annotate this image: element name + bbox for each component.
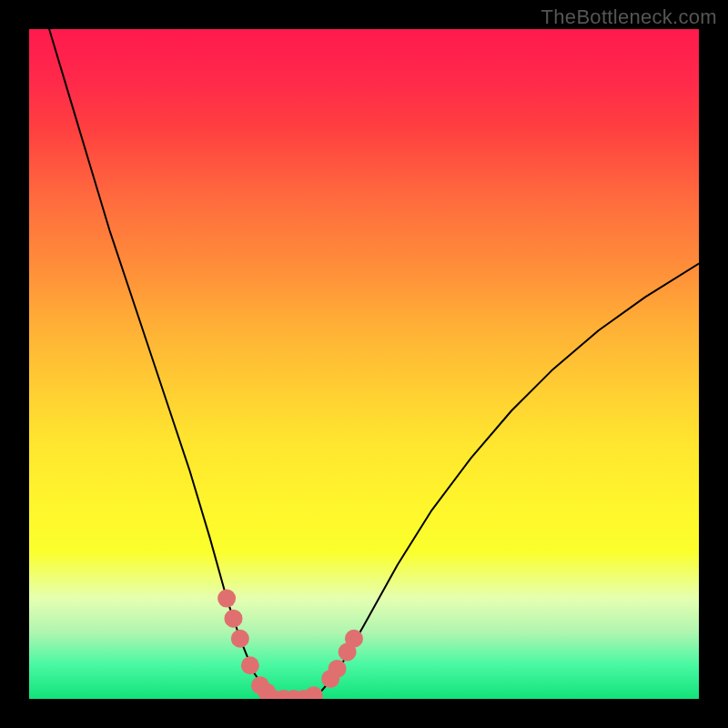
marker-dot [345, 630, 363, 648]
marker-dot [305, 686, 323, 699]
marker-dot [329, 660, 347, 678]
marker-dot [217, 590, 236, 608]
bottleneck-curve [49, 29, 699, 699]
chart-svg [29, 29, 699, 699]
marker-dot [241, 656, 259, 674]
chart-frame: TheBottleneck.com [0, 0, 728, 728]
curve-line [49, 29, 699, 699]
marker-dot [224, 610, 242, 628]
plot-area [29, 29, 699, 699]
watermark-text: TheBottleneck.com [541, 5, 717, 29]
marker-dots [217, 590, 363, 699]
marker-dot [231, 630, 249, 648]
